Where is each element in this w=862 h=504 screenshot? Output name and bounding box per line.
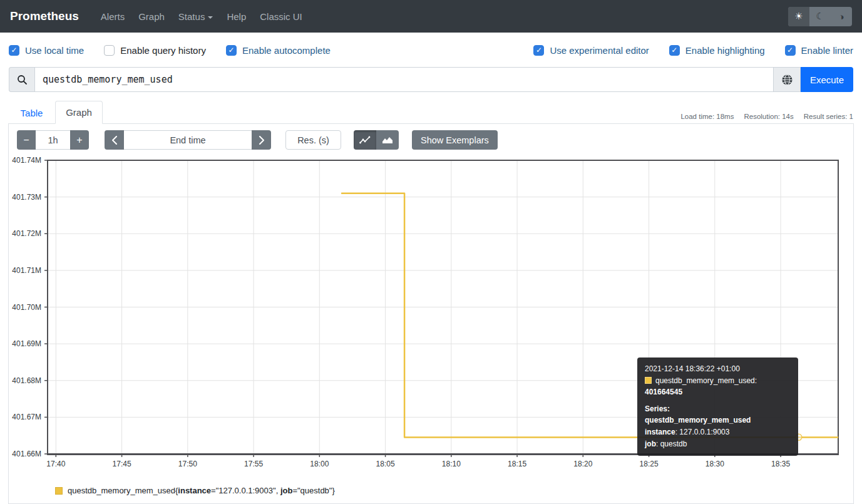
- y-axis-tick-label: 401.68M: [12, 376, 41, 385]
- tooltip-job-label: job: questdb: [645, 438, 791, 450]
- decrease-range-button[interactable]: −: [17, 130, 36, 150]
- tooltip-timestamp: 2021-12-14 18:36:22 +01:00: [645, 363, 791, 375]
- y-axis-tick-label: 401.71M: [12, 266, 41, 275]
- search-icon: [17, 75, 28, 85]
- range-group: − +: [17, 130, 89, 150]
- x-axis-tick-label: 18:05: [376, 460, 395, 468]
- legend-label: questdb_memory_mem_used{instance="127.0.…: [68, 486, 335, 495]
- x-axis-tick-label: 17:55: [244, 460, 263, 468]
- area-chart-icon: [382, 136, 393, 145]
- line-chart-toggle-button[interactable]: [354, 130, 376, 150]
- settings-right: ✓ Use experimental editor ✓ Enable highl…: [533, 45, 853, 56]
- checkbox-use-local-time[interactable]: ✓ Use local time: [9, 45, 84, 56]
- x-axis-tick-label: 17:45: [113, 460, 131, 468]
- tooltip-value-line: questdb_memory_mem_used: 401664545: [645, 375, 791, 398]
- series-swatch-icon: [55, 487, 63, 495]
- navbar: Prometheus Alerts Graph Status Help Clas…: [0, 0, 862, 33]
- end-time-group: [105, 130, 271, 150]
- search-icon-addon: [9, 67, 34, 92]
- nav-item-status-dropdown[interactable]: Status: [172, 6, 220, 27]
- checkbox-enable-query-history[interactable]: Enable query history: [104, 45, 206, 56]
- hover-tooltip: 2021-12-14 18:36:22 +01:00 questdb_memor…: [637, 357, 798, 456]
- dark-theme-button[interactable]: ☾: [809, 7, 831, 26]
- nav-links: Alerts Graph Status Help Classic UI: [94, 6, 309, 27]
- x-axis-tick-label: 17:40: [46, 460, 65, 468]
- y-axis-tick-label: 401.70M: [12, 303, 41, 312]
- resolution-input[interactable]: [285, 130, 341, 150]
- shift-forward-button[interactable]: [252, 130, 271, 150]
- end-time-input[interactable]: [124, 130, 252, 150]
- x-axis-tick-label: 17:50: [178, 460, 197, 468]
- query-expression-input[interactable]: [34, 67, 774, 92]
- tooltip-series-name: questdb_memory_mem_used: [645, 414, 791, 426]
- chevron-down-icon: [208, 16, 213, 19]
- y-axis-tick-label: 401.73M: [12, 193, 41, 202]
- chart-type-toggle: [354, 130, 399, 150]
- checkbox-use-experimental-editor[interactable]: ✓ Use experimental editor: [533, 45, 649, 56]
- shift-back-button[interactable]: [105, 130, 124, 150]
- y-axis-tick-label: 401.74M: [12, 156, 41, 165]
- theme-switcher: ☀ ☾ ◑: [788, 7, 852, 26]
- tooltip-series-heading: Series:: [645, 403, 791, 415]
- nav-item-help[interactable]: Help: [220, 6, 253, 27]
- show-exemplars-button[interactable]: Show Exemplars: [412, 130, 498, 150]
- x-axis-tick-label: 18:10: [442, 460, 461, 468]
- checkbox-checked-icon[interactable]: ✓: [9, 45, 19, 56]
- light-theme-button[interactable]: ☀: [788, 7, 809, 26]
- nav-item-graph[interactable]: Graph: [131, 6, 172, 27]
- checkbox-checked-icon[interactable]: ✓: [533, 45, 544, 56]
- nav-item-classic-ui[interactable]: Classic UI: [253, 6, 309, 27]
- x-axis-tick-label: 18:35: [771, 460, 790, 468]
- checkbox-checked-icon[interactable]: ✓: [785, 45, 796, 56]
- y-axis-tick-label: 401.72M: [12, 229, 41, 238]
- range-input[interactable]: [36, 130, 70, 150]
- load-time-stat: Load time: 18ms: [680, 113, 734, 120]
- tab-graph[interactable]: Graph: [55, 101, 103, 124]
- half-circle-icon: ◑: [838, 11, 844, 22]
- globe-icon: [781, 74, 793, 86]
- x-axis-tick-label: 18:30: [706, 460, 724, 468]
- settings-row: ✓ Use local time Enable query history ✓ …: [9, 41, 853, 59]
- nav-item-alerts[interactable]: Alerts: [94, 6, 131, 27]
- metrics-explorer-button[interactable]: [774, 67, 801, 92]
- checkbox-enable-linter[interactable]: ✓ Enable linter: [785, 45, 853, 56]
- app-brand[interactable]: Prometheus: [10, 9, 79, 23]
- y-axis-tick-label: 401.69M: [12, 339, 41, 348]
- moon-icon: ☾: [816, 11, 824, 22]
- chevron-right-icon: [259, 136, 265, 145]
- series-swatch-icon: [645, 377, 652, 384]
- tooltip-instance-label: instance: 127.0.0.1:9003: [645, 426, 791, 438]
- chevron-left-icon: [111, 136, 118, 145]
- sun-icon: ☀: [794, 11, 803, 22]
- query-stats: Load time: 18ms Resolution: 14s Result s…: [680, 113, 853, 120]
- settings-left: ✓ Use local time Enable query history ✓ …: [9, 45, 331, 56]
- execute-button[interactable]: Execute: [801, 67, 853, 92]
- legend-item[interactable]: questdb_memory_mem_used{instance="127.0.…: [55, 486, 335, 495]
- checkbox-enable-highlighting[interactable]: ✓ Enable highlighting: [669, 45, 765, 56]
- result-series-stat: Result series: 1: [804, 113, 853, 120]
- x-axis-tick-label: 18:20: [573, 460, 592, 468]
- query-bar: Execute: [9, 67, 853, 92]
- stacked-chart-toggle-button[interactable]: [376, 130, 399, 150]
- x-axis-tick-label: 18:25: [640, 460, 659, 468]
- checkbox-enable-autocomplete[interactable]: ✓ Enable autocomplete: [226, 45, 331, 56]
- checkbox-unchecked-icon[interactable]: [104, 45, 115, 56]
- x-axis-tick-label: 18:00: [310, 460, 329, 468]
- auto-theme-button[interactable]: ◑: [831, 7, 852, 26]
- y-axis-tick-label: 401.67M: [12, 413, 41, 421]
- graph-controls: − +: [8, 130, 498, 150]
- checkbox-checked-icon[interactable]: ✓: [226, 45, 237, 56]
- y-axis-tick-label: 401.66M: [12, 450, 41, 458]
- tab-table[interactable]: Table: [8, 102, 55, 124]
- tooltip-value: 401664545: [645, 388, 682, 396]
- checkbox-checked-icon[interactable]: ✓: [669, 45, 680, 56]
- tabs-row: Table Graph Load time: 18ms Resolution: …: [8, 100, 853, 124]
- increase-range-button[interactable]: +: [70, 130, 89, 150]
- x-axis-tick-label: 18:15: [508, 460, 526, 468]
- line-chart-icon: [359, 136, 371, 145]
- resolution-stat: Resolution: 14s: [744, 113, 793, 120]
